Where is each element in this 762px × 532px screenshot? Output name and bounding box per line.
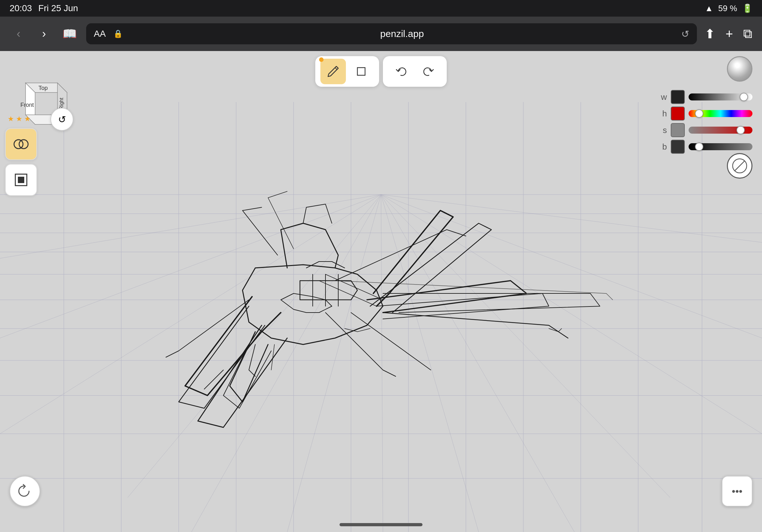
reset-icon [16, 483, 34, 500]
svg-rect-52 [18, 177, 24, 183]
svg-text:Front: Front [21, 102, 34, 108]
slash-icon [732, 158, 748, 174]
svg-point-50 [19, 140, 28, 149]
w-swatch [671, 90, 685, 104]
bookmark-button[interactable]: 📖 [61, 25, 79, 43]
pen-icon [326, 64, 340, 79]
draw-tools-group [315, 56, 379, 87]
svg-line-45 [335, 68, 337, 70]
redo-button[interactable] [416, 59, 442, 84]
battery: 59 % [718, 4, 737, 13]
svg-rect-46 [357, 68, 365, 75]
new-tab-button[interactable]: + [725, 27, 733, 41]
undo-button[interactable] [388, 59, 414, 84]
svg-point-49 [14, 140, 23, 149]
time: 20:03 [10, 3, 32, 13]
s-swatch [671, 123, 685, 137]
draw-tool-wrap [320, 59, 346, 84]
b-label: b [659, 142, 667, 152]
shape-icon [354, 64, 368, 79]
draw-tool-button[interactable] [320, 59, 346, 84]
aa-label[interactable]: AA [94, 29, 106, 39]
status-right: ▲ 59 % 🔋 [705, 4, 752, 13]
slash-circle-button[interactable] [727, 153, 752, 179]
date: Fri 25 Jun [38, 3, 78, 13]
h-track[interactable] [689, 110, 752, 117]
sliders-area: w h s [659, 90, 752, 156]
canvas-area[interactable]: Top Front Right ↺ [0, 51, 762, 532]
back-button[interactable]: ‹ [10, 25, 28, 43]
browser-bar: ‹ › 📖 AA 🔒 penzil.app ↺ ⬆ + ⧉ [0, 17, 762, 51]
b-track[interactable] [689, 143, 752, 150]
browser-actions: ⬆ + ⧉ [705, 27, 752, 41]
s-slider-row: s [659, 123, 752, 137]
s-thumb[interactable] [736, 126, 745, 134]
address-bar[interactable]: AA 🔒 penzil.app ↺ [86, 23, 697, 44]
status-bar: 20:03 Fri 25 Jun ▲ 59 % 🔋 [0, 0, 762, 17]
frame-tool-button[interactable] [5, 164, 37, 196]
w-track[interactable] [689, 94, 752, 100]
forward-button[interactable]: › [35, 25, 53, 43]
grid-background [0, 51, 762, 532]
h-label: h [659, 109, 667, 119]
s-track[interactable] [689, 127, 752, 134]
undo-redo-group [383, 56, 447, 87]
brush-tool-button[interactable] [5, 128, 37, 160]
frame-icon [12, 171, 30, 189]
h-swatch [671, 106, 685, 120]
stars-indicator: ★ ★ ★ [5, 115, 37, 123]
reload-icon[interactable]: ↺ [681, 29, 689, 39]
tabs-button[interactable]: ⧉ [743, 27, 752, 41]
s-label: s [659, 125, 667, 135]
brush-icon [12, 135, 30, 153]
more-button[interactable]: ••• [722, 476, 752, 506]
h-thumb[interactable] [695, 109, 703, 118]
b-slider-row: b [659, 140, 752, 154]
url-text: penzil.app [128, 29, 676, 39]
home-indicator [340, 523, 422, 526]
h-slider-row: h [659, 106, 752, 120]
redo-icon [422, 64, 436, 79]
more-dots: ••• [732, 486, 742, 497]
svg-rect-1 [0, 51, 762, 532]
shape-tool-button[interactable] [348, 59, 374, 84]
b-swatch [671, 140, 685, 154]
color-picker-circle[interactable] [727, 56, 752, 82]
color-panel: w h s [659, 56, 752, 156]
b-thumb[interactable] [695, 143, 703, 151]
share-button[interactable]: ⬆ [705, 27, 716, 41]
battery-icon: 🔋 [742, 4, 752, 13]
top-toolbar [315, 56, 447, 87]
cube-reset-button[interactable]: ↺ [50, 108, 73, 131]
w-label: w [659, 92, 667, 102]
w-slider-row: w [659, 90, 752, 104]
undo-icon [394, 64, 408, 79]
active-indicator [319, 57, 324, 62]
w-thumb[interactable] [740, 93, 748, 101]
left-panel: ★ ★ ★ [5, 115, 37, 196]
star-2: ★ [16, 115, 22, 123]
lock-icon: 🔒 [113, 29, 123, 38]
star-3: ★ [24, 115, 31, 123]
status-left: 20:03 Fri 25 Jun [10, 3, 78, 13]
wifi-icon: ▲ [705, 4, 713, 13]
bottom-reset-button[interactable] [10, 476, 40, 506]
svg-text:Top: Top [38, 85, 47, 91]
star-1: ★ [8, 115, 14, 123]
